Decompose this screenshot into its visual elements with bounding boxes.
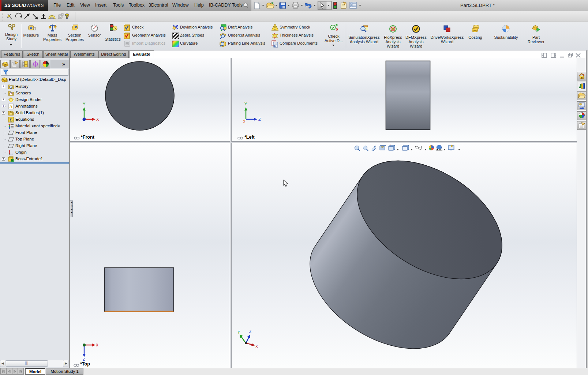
- svg-text:X: X: [255, 345, 258, 349]
- svg-text:Y: Y: [244, 102, 247, 106]
- svg-text:Y: Y: [83, 102, 86, 106]
- svg-text:Y: Y: [237, 330, 240, 334]
- svg-text:Z: Z: [258, 117, 261, 121]
- svg-text:Z: Z: [83, 357, 85, 361]
- svg-text:x: x: [243, 119, 245, 123]
- svg-text:X: X: [96, 117, 99, 121]
- svg-text:X: X: [96, 343, 98, 347]
- svg-text:Z: Z: [249, 330, 251, 334]
- svg-text:A: A: [9, 104, 13, 109]
- svg-text:Σ: Σ: [10, 117, 13, 123]
